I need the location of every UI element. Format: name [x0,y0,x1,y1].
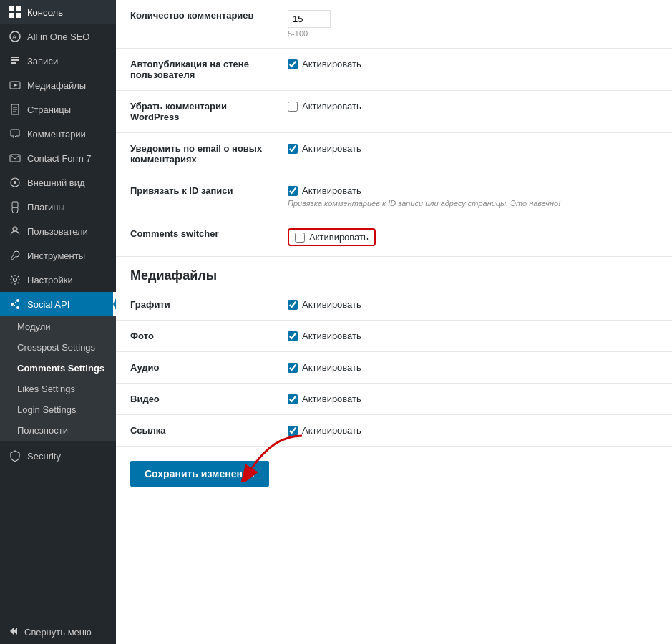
checkbox-wrap-foto[interactable]: Активировать [288,331,658,341]
svg-marker-7 [14,84,18,87]
svg-marker-23 [113,298,116,310]
checkbox-wrap-email[interactable]: Активировать [288,143,658,154]
main-content: Количество комментариев 5-100 Автопублик… [116,0,672,644]
row-remove-wp-comments: Убрать комментарии WordPress Активироват… [116,91,672,133]
checkbox-wrap-video[interactable]: Активировать [288,394,658,404]
submenu-likes[interactable]: Likes Settings [0,379,116,399]
sidebar-label-nastrojki: Настройки [27,275,73,286]
settings-icon [9,273,21,286]
sidebar-item-cf7[interactable]: Contact Form 7 [0,146,116,170]
note-bind-id: Привязка комментариев к ID записи или ад… [288,199,658,208]
svg-line-21 [14,301,16,304]
checkbox-wrap-grafiti[interactable]: Активировать [288,299,658,310]
label-foto: Фото [130,331,288,341]
sidebar-item-aioseo[interactable]: A All in One SEO [0,24,116,49]
checkbox-remove[interactable] [288,102,298,112]
collapse-menu[interactable]: Свернуть меню [0,620,116,644]
svg-marker-24 [10,628,14,635]
sidebar-label-cf7: Contact Form 7 [27,153,92,164]
sidebar-label-plaginy: Плагины [27,202,65,213]
sidebar-label-security: Security [27,451,61,462]
control-grafiti: Активировать [288,299,658,310]
label-autopublish: Автопубликация на стене пользователя [130,59,288,80]
control-audio: Активировать [288,362,658,373]
row-autopublish: Автопубликация на стене пользователя Акт… [116,49,672,91]
social-icon [9,298,21,311]
checkbox-email[interactable] [288,144,298,154]
checkbox-foto[interactable] [288,331,298,341]
svg-line-22 [14,304,16,307]
svg-rect-1 [16,6,21,11]
svg-text:A: A [12,34,16,41]
control-foto: Активировать [288,331,658,341]
sidebar: Консоль A All in One SEO Записи Медиафай… [0,0,116,644]
sidebar-item-plaginy[interactable]: Плагины [0,195,116,219]
seo-icon: A [9,30,21,43]
label-grafiti: Графити [130,299,288,310]
sidebar-item-kommentarii[interactable]: Комментарии [0,122,116,146]
control-remove-wp-comments: Активировать [288,101,658,112]
submenu-moduli[interactable]: Модули [0,316,116,337]
control-comments-count: 5-100 [288,10,658,38]
submenu-poleznosti[interactable]: Полезности [0,420,116,441]
checkbox-grafiti[interactable] [288,300,298,310]
collapse-icon [9,626,19,638]
sidebar-label-zapisi: Записи [27,56,58,67]
row-comments-count: Количество комментариев 5-100 [116,0,672,49]
submenu-comments-settings[interactable]: Comments Settings [0,358,116,379]
sidebar-item-stranicy[interactable]: Страницы [0,97,116,122]
sidebar-item-media[interactable]: Медиафайлы [0,73,116,97]
checkbox-wrap-ssylka[interactable]: Активировать [288,425,658,436]
checkbox-label-autopublish: Активировать [302,59,361,69]
svg-rect-0 [9,6,14,11]
sidebar-item-socialapi[interactable]: Social API [0,292,116,316]
row-audio: Аудио Активировать [116,352,672,384]
checkbox-audio[interactable] [288,363,298,373]
sidebar-item-nastrojki[interactable]: Настройки [0,268,116,292]
input-comments-count[interactable] [288,10,331,28]
sidebar-item-security[interactable]: Security [0,444,116,468]
email-icon [9,152,21,165]
checkbox-autopublish[interactable] [288,59,298,69]
svg-point-14 [14,181,16,184]
svg-point-20 [16,306,19,309]
arrow-decoration [230,432,316,482]
label-comments-switcher: Comments switcher [130,228,288,239]
appearance-icon [9,176,21,189]
sidebar-item-instrumenty[interactable]: Инструменты [0,243,116,268]
checkbox-wrap-audio[interactable]: Активировать [288,362,658,373]
label-audio: Аудио [130,362,288,373]
plugins-icon [9,200,21,213]
sidebar-item-vneshny[interactable]: Внешний вид [0,170,116,195]
checkbox-wrap-bind[interactable]: Активировать [288,185,658,196]
svg-point-19 [16,299,19,302]
checkbox-switcher[interactable] [295,233,305,243]
control-email-notify: Активировать [288,143,658,154]
label-remove-wp-comments: Убрать комментарии WordPress [130,101,288,122]
checkbox-wrap-remove[interactable]: Активировать [288,101,658,112]
row-grafiti: Графити Активировать [116,289,672,321]
social-api-submenu: Модули Crosspost Settings Comments Setti… [0,316,116,441]
dashboard-icon [9,6,21,19]
checkbox-wrap-switcher-highlighted[interactable]: Активировать [288,228,376,246]
sidebar-item-konsol[interactable]: Консоль [0,0,116,24]
svg-point-17 [14,278,17,282]
submenu-crosspost[interactable]: Crosspost Settings [0,337,116,358]
checkbox-video[interactable] [288,394,298,404]
sidebar-item-polzovateli[interactable]: Пользователи [0,219,116,243]
sidebar-item-zapisi[interactable]: Записи [0,49,116,73]
comments-icon [9,127,21,140]
submenu-login[interactable]: Login Settings [0,399,116,420]
checkbox-wrap-autopublish[interactable]: Активировать [288,59,658,69]
checkbox-label-audio: Активировать [302,362,361,373]
users-icon [9,225,21,238]
sidebar-label-kommentarii: Комментарии [27,129,86,140]
sidebar-label-media: Медиафайлы [27,80,86,91]
svg-rect-2 [9,13,14,18]
sidebar-label-instrumenty: Инструменты [27,250,85,261]
row-bind-id: Привязать к ID записи Активировать Привя… [116,175,672,218]
collapse-label: Свернуть меню [24,627,92,638]
hint-comments-count: 5-100 [288,29,658,38]
control-comments-switcher: Активировать [288,228,658,246]
checkbox-bind[interactable] [288,186,298,196]
